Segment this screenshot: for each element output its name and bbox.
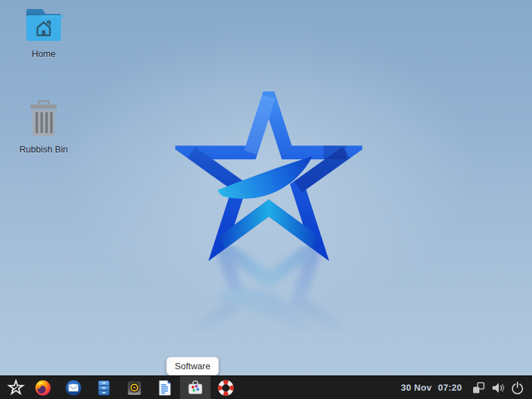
writer-launcher[interactable]: [150, 376, 180, 399]
app-menu-button[interactable]: [4, 376, 28, 399]
help-launcher[interactable]: [211, 376, 241, 399]
desktop-icon-label: Rubbish Bin: [19, 144, 68, 154]
taskbar-status-area: 30 Nov 07:20: [401, 376, 532, 399]
volume-button[interactable]: [488, 376, 508, 399]
speaker-icon: [490, 380, 506, 396]
home-folder-icon: [24, 6, 64, 44]
clock[interactable]: 30 Nov 07:20: [401, 382, 462, 393]
taskbar: 30 Nov 07:20: [0, 375, 532, 399]
software-launcher[interactable]: [180, 376, 211, 399]
clock-date: 30 Nov: [401, 382, 432, 393]
power-icon: [509, 380, 526, 396]
desktop-icon-home[interactable]: Home: [10, 6, 77, 59]
firefox-icon: [34, 379, 52, 397]
clock-time: 07:20: [438, 382, 462, 393]
tooltip-label: Software: [175, 361, 210, 371]
distro-star-logo: [175, 91, 362, 266]
disks-launcher[interactable]: [119, 376, 150, 399]
file-manager-launcher[interactable]: [89, 376, 119, 399]
thunderbird-launcher[interactable]: [58, 376, 89, 399]
desktop-icon-rubbish-bin[interactable]: Rubbish Bin: [10, 100, 77, 154]
firefox-launcher[interactable]: [28, 376, 58, 399]
thunderbird-icon: [64, 379, 82, 397]
text-document-icon: [156, 379, 174, 397]
lifebuoy-icon: [217, 379, 235, 397]
rubbish-bin-icon: [27, 100, 60, 140]
software-briefcase-icon: [186, 379, 204, 397]
disk-drive-icon: [125, 379, 143, 397]
workspaces-icon: [470, 380, 487, 396]
power-button[interactable]: [508, 376, 527, 399]
file-cabinet-icon: [95, 379, 113, 397]
star-menu-icon: [7, 379, 25, 397]
taskbar-launchers: [0, 376, 241, 399]
workspaces-indicator[interactable]: [469, 376, 488, 399]
software-tooltip: Software: [166, 357, 219, 375]
desktop-icon-label: Home: [32, 48, 56, 59]
